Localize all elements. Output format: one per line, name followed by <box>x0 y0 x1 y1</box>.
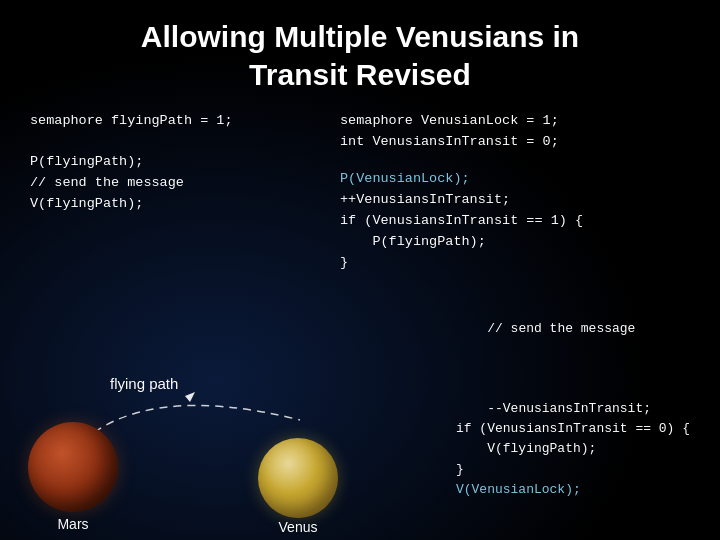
title-line2: Transit Revised <box>0 56 720 94</box>
highlight-p-venusianlock: P(VenusianLock); <box>340 171 470 186</box>
bottom-right-code: // send the message --VenusiansInTransit… <box>456 298 690 520</box>
send-message-comment: // send the message <box>487 321 635 336</box>
right-code-block2: P(VenusianLock); ++VenusiansInTransit; i… <box>340 169 690 274</box>
bottom-code-block: --VenusiansInTransit; if (VenusiansInTra… <box>456 401 690 497</box>
main-content: semaphore flyingPath = 1; P(flyingPath);… <box>0 111 720 279</box>
title-line1: Allowing Multiple Venusians in <box>0 18 720 56</box>
mars-planet <box>28 422 118 512</box>
bottom-section: Mars Venus flying path // send the messa… <box>0 320 720 540</box>
left-code-block2: P(flyingPath); // send the message V(fly… <box>30 152 340 215</box>
mars-label: Mars <box>28 516 118 532</box>
slide-title: Allowing Multiple Venusians in Transit R… <box>0 0 720 103</box>
right-column: semaphore VenusianLock = 1; int Venusian… <box>340 111 690 279</box>
highlight-v-venusianlock: V(VenusianLock); <box>456 482 581 497</box>
venus-planet <box>258 438 338 518</box>
venus-label: Venus <box>258 519 338 535</box>
flying-path-label: flying path <box>110 375 178 392</box>
left-column: semaphore flyingPath = 1; P(flyingPath);… <box>30 111 340 279</box>
right-code-block1: semaphore VenusianLock = 1; int Venusian… <box>340 111 690 153</box>
left-code-block1: semaphore flyingPath = 1; <box>30 111 340 132</box>
svg-marker-0 <box>185 392 195 402</box>
